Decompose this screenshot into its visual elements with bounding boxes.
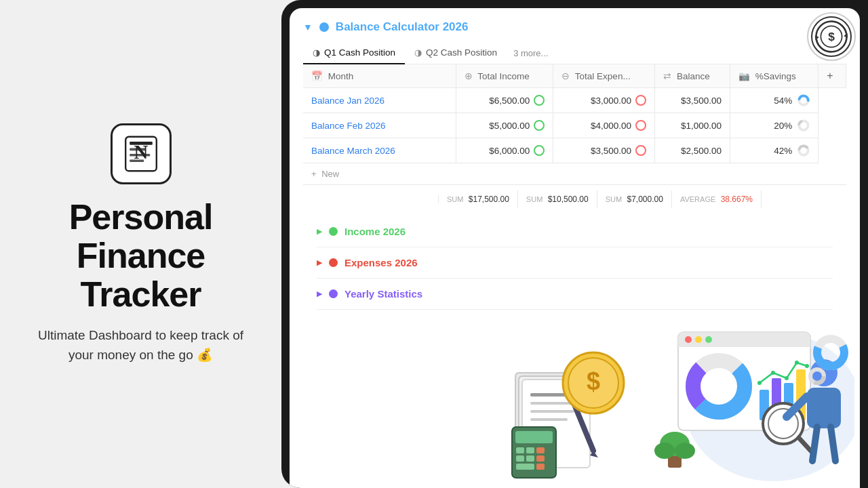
- sum-balance-value: $7,000.00: [627, 195, 663, 204]
- svg-rect-26: [516, 447, 524, 453]
- tab-q1-icon: ◑: [313, 47, 320, 58]
- col-month: 📅 Month: [303, 64, 456, 88]
- section-yearly[interactable]: ▶ Yearly Statistics: [317, 279, 833, 310]
- row-1-income-status: [534, 120, 545, 131]
- sum-balance-cell: SUM $7,000.00: [597, 190, 672, 208]
- analytics-illustration: [651, 319, 854, 488]
- illustration-area: $: [475, 312, 860, 488]
- sum-expense-label: SUM: [526, 195, 542, 203]
- svg-point-57: [795, 361, 799, 365]
- svg-point-54: [757, 381, 762, 385]
- row-2-expense-status: [635, 145, 646, 156]
- yearly-arrow: ▶: [317, 289, 322, 298]
- sum-savings-cell: AVERAGE 38.667%: [672, 190, 762, 208]
- svg-text:$: $: [828, 30, 835, 43]
- app-title: PersonalFinanceTracker: [69, 198, 213, 314]
- row-2-expense-value: $3,500.00: [591, 146, 631, 156]
- tabs-row: ◑ Q1 Cash Position ◑ Q2 Cash Position 3 …: [303, 42, 846, 64]
- db-table: 📅 Month ⊕ Total Income ⊖ Total Expen...: [303, 64, 846, 163]
- section-income[interactable]: ▶ Income 2026: [317, 216, 833, 247]
- svg-point-49: [705, 373, 732, 400]
- row-1-income-value: $5,000.00: [489, 121, 530, 131]
- svg-rect-33: [536, 464, 545, 470]
- sum-row: SUM $17,500.00 SUM $10,500.00 SUM $7,000…: [303, 184, 846, 214]
- svg-rect-23: [530, 418, 568, 421]
- row-1-savings-donut: [797, 119, 810, 131]
- svg-rect-32: [516, 464, 534, 470]
- logo-overlay: $: [807, 12, 856, 61]
- row-0-expense-value: $3,000.00: [591, 96, 631, 106]
- row-1-balance: $1,000.00: [655, 113, 730, 138]
- coin-illustration: $: [495, 332, 631, 488]
- row-0-income-status: [534, 95, 545, 106]
- row-1-expense-value: $4,000.00: [591, 121, 631, 131]
- row-1-expense-status: [635, 120, 646, 131]
- expense-icon: ⊖: [561, 71, 570, 81]
- new-row-button[interactable]: + New: [303, 163, 846, 184]
- yearly-dot: [329, 289, 338, 298]
- section-expenses[interactable]: ▶ Expenses 2026: [317, 247, 833, 279]
- col-income: ⊕ Total Income: [456, 64, 553, 88]
- db-dot: [319, 22, 329, 32]
- app-subtitle: Ultimate Dashboard to keep track of your…: [26, 326, 256, 365]
- row-0-name[interactable]: Balance Jan 2026: [303, 88, 456, 113]
- notion-logo: N: [111, 123, 172, 184]
- add-column-button[interactable]: +: [818, 64, 846, 88]
- income-dot: [329, 227, 338, 236]
- row-2-expense: $3,500.00: [553, 138, 655, 163]
- sum-expense-cell: SUM $10,500.00: [518, 190, 597, 208]
- tab-q1[interactable]: ◑ Q1 Cash Position: [303, 42, 405, 64]
- tab-q2[interactable]: ◑ Q2 Cash Position: [405, 42, 507, 64]
- row-0-expense-status: [635, 95, 646, 106]
- row-1-expense: $4,000.00: [553, 113, 655, 138]
- savings-icon: 📷: [738, 71, 750, 81]
- row-0-expense: $3,000.00: [553, 88, 655, 113]
- db-title: Balance Calculator 2026: [336, 20, 469, 34]
- svg-rect-30: [526, 455, 534, 462]
- sum-income-cell: SUM $17,500.00: [439, 190, 518, 208]
- col-savings: 📷 %Savings: [730, 64, 818, 88]
- expenses-title: Expenses 2026: [344, 257, 418, 268]
- row-1-income: $5,000.00: [456, 113, 553, 138]
- svg-point-45: [705, 336, 712, 343]
- table-header-row: 📅 Month ⊕ Total Income ⊖ Total Expen...: [303, 64, 846, 88]
- svg-rect-63: [807, 388, 841, 428]
- device-screen: ▼ Balance Calculator 2026 ◑ Q1 Cash Posi…: [290, 8, 860, 488]
- svg-text:$: $: [587, 367, 600, 395]
- sum-income-value: $17,500.00: [469, 195, 509, 204]
- svg-rect-21: [530, 402, 571, 405]
- sum-cell-empty: [303, 195, 439, 203]
- sum-savings-label: AVERAGE: [680, 195, 715, 203]
- row-0-savings-value: 54%: [774, 96, 792, 106]
- row-0-income-value: $6,500.00: [489, 96, 530, 106]
- toggle-arrow[interactable]: ▼: [303, 22, 313, 33]
- bottom-sections: ▶ Income 2026 ▶ Expenses 2026 ▶ Yearly S…: [303, 216, 846, 310]
- month-icon: 📅: [311, 71, 323, 81]
- new-row-plus: +: [311, 169, 317, 179]
- row-0-balance: $3,500.00: [655, 88, 730, 113]
- svg-text:N: N: [134, 141, 148, 163]
- sum-savings-value: 38.667%: [721, 195, 753, 204]
- table-row: Balance March 2026 $6,000.00 $3,500.00 $…: [303, 138, 846, 163]
- row-2-name[interactable]: Balance March 2026: [303, 138, 456, 163]
- svg-rect-25: [515, 431, 553, 443]
- row-1-name[interactable]: Balance Feb 2026: [303, 113, 456, 138]
- income-title: Income 2026: [344, 226, 406, 237]
- col-balance: ⇄ Balance: [655, 64, 730, 88]
- tab-more[interactable]: 3 more...: [507, 43, 555, 64]
- svg-rect-29: [516, 455, 524, 462]
- svg-rect-27: [526, 447, 534, 453]
- tab-q2-icon: ◑: [414, 47, 422, 58]
- svg-point-58: [805, 364, 809, 368]
- row-2-savings-donut: [797, 144, 810, 157]
- row-1-savings: 20%: [730, 113, 818, 138]
- expenses-dot: [329, 258, 338, 267]
- right-panel: $ ▼ Balance Calculator 2026 ◑ Q1 Cash Po: [281, 0, 868, 488]
- tab-q2-label: Q2 Cash Position: [426, 47, 497, 58]
- row-1-savings-value: 20%: [774, 121, 792, 131]
- svg-line-65: [812, 427, 817, 461]
- table-row: Balance Jan 2026 $6,500.00 $3,000.00 $3,…: [303, 88, 846, 113]
- svg-rect-31: [536, 455, 545, 462]
- svg-point-55: [771, 371, 775, 375]
- row-2-income-status: [534, 145, 545, 156]
